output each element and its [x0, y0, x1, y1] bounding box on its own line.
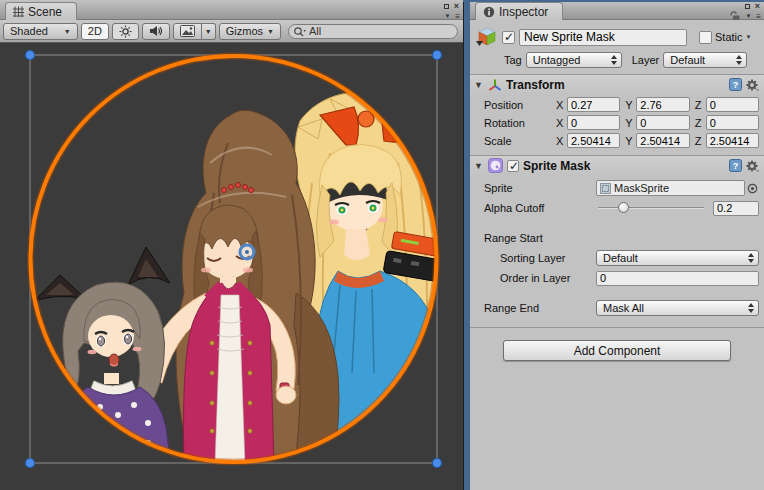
scene-viewport[interactable] — [0, 43, 463, 490]
help-icon[interactable]: ? — [729, 159, 742, 172]
alpha-cutoff-slider[interactable] — [596, 200, 706, 216]
sprite-object-field[interactable]: MaskSprite — [596, 180, 745, 196]
2d-toggle-button[interactable]: 2D — [81, 23, 109, 40]
axis-y-label: Y — [625, 135, 633, 147]
scene-tab-label: Scene — [28, 5, 62, 19]
range-end-value: Mask All — [603, 302, 644, 314]
component-enabled-checkbox[interactable] — [507, 160, 519, 172]
sprite-value: MaskSprite — [614, 182, 669, 194]
alpha-cutoff-row: Alpha Cutoff — [474, 199, 759, 217]
focus-border-top — [463, 0, 764, 2]
axis-x-label: X — [556, 135, 564, 147]
add-component-button[interactable]: Add Component — [503, 340, 731, 361]
position-z-field[interactable] — [706, 97, 759, 112]
slider-track — [598, 207, 704, 209]
transform-title: Transform — [506, 78, 565, 92]
scene-lighting-button[interactable] — [112, 23, 139, 40]
handle-bottom-left[interactable] — [26, 459, 35, 468]
scale-y-field[interactable] — [636, 133, 689, 148]
tab-inspector[interactable]: Inspector — [475, 2, 563, 20]
scale-x-field[interactable] — [567, 133, 620, 148]
static-dropdown-icon[interactable]: ▼ — [746, 34, 752, 40]
close-icon[interactable]: × — [454, 2, 459, 11]
inspector-window-controls: × ▼ ≡ — [730, 1, 760, 21]
range-start-label: Range Start — [474, 232, 596, 244]
static-checkbox[interactable] — [699, 31, 712, 44]
help-icon[interactable]: ? — [729, 78, 742, 91]
order-in-layer-row: Order in Layer — [474, 269, 759, 287]
gameobject-cube-icon[interactable] — [476, 27, 498, 47]
sprite-label: Sprite — [474, 182, 596, 194]
gameobject-name-field[interactable] — [519, 29, 687, 46]
panel-divider[interactable] — [463, 0, 470, 490]
foldout-icon[interactable]: ▼ — [474, 80, 484, 90]
scene-render — [0, 43, 463, 490]
grid-icon — [13, 6, 24, 17]
tab-scene[interactable]: Scene — [5, 2, 77, 20]
sprite-mask-header[interactable]: ▼ Sprite Mask ? — [470, 156, 764, 175]
foldout-icon[interactable]: ▼ — [474, 161, 484, 171]
gameobject-header: Static ▼ Tag Untagged Layer Default — [470, 20, 764, 74]
transform-header[interactable]: ▼ Transform ? — [470, 75, 764, 94]
sprite-row: Sprite MaskSprite — [474, 179, 759, 197]
gizmos-dropdown[interactable]: Gizmos ▼ — [219, 23, 281, 40]
chevron-down-icon: ▼ — [64, 28, 71, 35]
alpha-cutoff-field[interactable] — [713, 201, 759, 216]
range-end-dropdown[interactable]: Mask All — [596, 300, 759, 316]
updown-icon — [736, 55, 742, 65]
inspector-panel: Inspector × ▼ ≡ — [470, 0, 764, 490]
shaded-dropdown[interactable]: Shaded ▼ — [3, 23, 78, 40]
axis-y-label: Y — [625, 117, 633, 129]
sorting-layer-value: Default — [603, 252, 638, 264]
tag-value: Untagged — [533, 54, 581, 66]
scene-effects-button[interactable] — [173, 23, 202, 40]
position-y-field[interactable] — [636, 97, 689, 112]
info-icon — [483, 6, 495, 18]
rotation-y-field[interactable] — [636, 115, 689, 130]
scene-search-field[interactable] — [288, 24, 458, 39]
scene-window-controls: × ▼ ≡ — [444, 1, 459, 21]
scene-toolbar: Shaded ▼ 2D ▼ Gizmos ▼ — [0, 20, 463, 43]
axis-z-label: Z — [695, 99, 703, 111]
position-x-field[interactable] — [567, 97, 620, 112]
gear-icon[interactable] — [746, 160, 759, 172]
handle-bottom-right[interactable] — [433, 459, 442, 468]
svg-text:?: ? — [733, 161, 739, 171]
position-row: Position X Y Z — [474, 96, 759, 113]
order-in-layer-label: Order in Layer — [474, 272, 596, 284]
scene-tabstrip: Scene × ▼ ≡ — [0, 0, 463, 20]
axis-z-label: Z — [695, 117, 703, 129]
rotation-z-field[interactable] — [706, 115, 759, 130]
close-icon[interactable]: × — [755, 2, 760, 11]
scene-effects-dropdown[interactable]: ▼ — [202, 23, 216, 40]
inspector-tabstrip: Inspector × ▼ ≡ — [470, 0, 764, 20]
handle-top-left[interactable] — [26, 51, 35, 60]
sorting-layer-label: Sorting Layer — [474, 252, 596, 264]
gizmos-label: Gizmos — [226, 25, 263, 37]
rotation-x-field[interactable] — [567, 115, 620, 130]
slider-knob[interactable] — [618, 202, 629, 213]
sorting-layer-dropdown[interactable]: Default — [596, 250, 759, 266]
alpha-cutoff-label: Alpha Cutoff — [474, 202, 596, 214]
handle-top-right[interactable] — [433, 51, 442, 60]
scale-z-field[interactable] — [706, 133, 759, 148]
axis-x-label: X — [556, 117, 564, 129]
object-picker-button[interactable] — [745, 183, 759, 194]
maximize-icon[interactable] — [745, 4, 750, 9]
updown-icon — [748, 303, 754, 313]
maximize-icon[interactable] — [444, 4, 449, 9]
search-input[interactable] — [309, 25, 451, 37]
scale-row: Scale X Y Z — [474, 132, 759, 149]
scale-label: Scale — [474, 135, 556, 147]
scene-audio-button[interactable] — [142, 23, 170, 40]
layer-dropdown[interactable]: Default — [663, 52, 747, 68]
tag-dropdown[interactable]: Untagged — [526, 52, 622, 68]
svg-text:?: ? — [733, 80, 739, 90]
chevron-down-icon: ▼ — [267, 28, 274, 35]
order-in-layer-field[interactable] — [596, 271, 759, 286]
active-checkbox[interactable] — [502, 31, 515, 44]
inspector-tab-label: Inspector — [499, 5, 548, 19]
range-end-row: Range End Mask All — [474, 299, 759, 317]
gear-icon[interactable] — [746, 79, 759, 91]
tag-label: Tag — [504, 54, 522, 66]
